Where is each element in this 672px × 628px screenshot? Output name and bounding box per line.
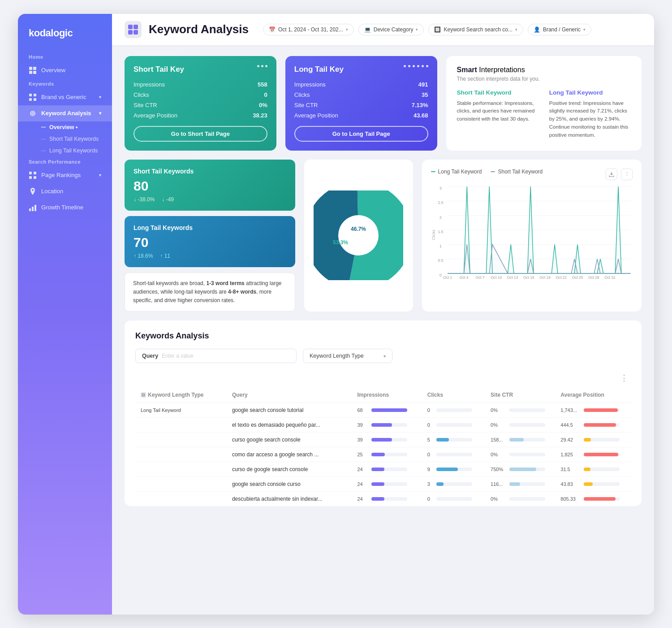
legend-short-tail-dot [491, 171, 495, 172]
td-impressions: 39 [352, 418, 422, 433]
device-category-filter[interactable]: 💻 Device Category ▾ [358, 24, 424, 35]
sidebar-section-home: Home [18, 52, 112, 62]
svg-text:Oct 19: Oct 19 [539, 275, 551, 279]
short-tail-menu[interactable] [257, 65, 267, 67]
keyword-type-select[interactable]: Keyword Length Type ▾ [303, 349, 392, 363]
sidebar-section-keywords: Keywords [18, 78, 112, 89]
sidebar-item-overview-label: Overview [41, 67, 65, 74]
svg-rect-3 [33, 71, 36, 74]
svg-rect-14 [29, 208, 31, 211]
smart-short-tail-title: Short Tail Keyword [457, 89, 538, 96]
smart-columns: Short Tail Keyword Stable performance: I… [457, 89, 631, 139]
keyword-search-filter[interactable]: 🔲 Keyword Search search co... ▾ [428, 24, 523, 35]
keyword-analysis-icon [29, 109, 37, 117]
brand-generic-filter[interactable]: 👤 Brand / Generic ▾ [528, 24, 591, 35]
overview-icon [29, 66, 37, 74]
keywords-table: ⊟ Keyword Length Type Query Impressions … [135, 387, 631, 506]
app-logo: kodalogic [18, 27, 112, 52]
short-tail-ctr-value: 0% [259, 102, 267, 108]
date-range-filter[interactable]: 📅 Oct 1, 2024 - Oct 31, 202... ▾ [263, 24, 354, 35]
sidebar-item-page-rankings[interactable]: Page Rankings ▾ [18, 167, 112, 183]
query-placeholder: Enter a value [162, 353, 194, 359]
brand-generic-value: Brand / Generic [543, 26, 581, 33]
sidebar-item-brand-vs-generic[interactable]: Brand vs Generic ▾ [18, 89, 112, 105]
td-ctr: 0% [485, 492, 555, 507]
table-row: google search console curso 24 3 [135, 477, 631, 492]
chart-more-button[interactable]: ⋮ [621, 169, 633, 180]
svg-rect-18 [134, 25, 138, 29]
th-keyword-length-type: ⊟ Keyword Length Type [135, 387, 227, 403]
svg-rect-7 [34, 98, 36, 101]
td-query: curso de google search console [227, 462, 352, 477]
location-icon [29, 187, 37, 195]
svg-text:Clicks: Clicks [431, 229, 435, 240]
long-tail-clicks-value: 35 [422, 91, 428, 98]
sidebar-sub-short-tail[interactable]: Short Tail Keywords [41, 133, 112, 145]
kw-short-tail-title: Short Tail Keywords [134, 168, 286, 175]
kw-short-tail-count: 80 [134, 178, 286, 194]
keyword-chevron-icon: ▾ [99, 111, 101, 116]
analysis-title: Keywords Analysis [135, 331, 631, 341]
td-query: google search console curso [227, 477, 352, 492]
td-type: Long Tail Keyword [135, 403, 227, 418]
td-type [135, 492, 227, 507]
kw-type-chevron-icon: ▾ [383, 354, 386, 359]
go-to-short-tail-button[interactable]: Go to Short Tail Page [134, 126, 267, 142]
td-query: el texto es demasiado pequeño par... [227, 418, 352, 433]
long-menu-dot-3 [413, 65, 415, 67]
growth-icon [29, 204, 37, 212]
sidebar-item-location[interactable]: Location [18, 183, 112, 199]
table-header-row: ⊟ Keyword Length Type Query Impressions … [135, 387, 631, 403]
long-tail-menu[interactable] [404, 65, 428, 67]
go-to-long-tail-button[interactable]: Go to Long Tail Page [294, 126, 428, 142]
left-middle: Short Tail Keywords 80 ↓ -38.0% ↓ -49 Lo… [125, 160, 295, 312]
th-expand-icon: ⊟ [141, 392, 146, 398]
svg-rect-19 [128, 30, 133, 35]
table-row: descubierta actualmente sin indexar... 2… [135, 492, 631, 507]
long-tail-clicks-row: Clicks 35 [294, 91, 428, 98]
sidebar-item-keyword-analysis[interactable]: Keyword Analysis ▾ [18, 105, 112, 121]
td-ctr: 116... [485, 477, 555, 492]
svg-rect-13 [34, 176, 36, 179]
svg-text:3: 3 [439, 186, 442, 190]
long-tail-card: Long Tail Key Impressions 491 [285, 56, 437, 151]
sidebar-item-overview[interactable]: Overview [18, 62, 112, 78]
td-type [135, 447, 227, 462]
sidebar-item-brand-label: Brand vs Generic [41, 94, 86, 100]
table-body: Long Tail Keyword google search console … [135, 403, 631, 507]
sidebar-sub-long-tail[interactable]: Long Tail Keywords [41, 145, 112, 156]
table-options-button[interactable]: ⋮ [617, 372, 631, 384]
sidebar-item-growth[interactable]: Growth Timeline [18, 199, 112, 216]
svg-rect-11 [29, 176, 32, 179]
kw-long-tail-title: Long Tail Keywords [134, 224, 286, 231]
td-query: como dar acceso a google search ... [227, 447, 352, 462]
brand-generic-icon: 👤 [534, 26, 540, 33]
td-query: curso google search console [227, 433, 352, 447]
kw-long-tail-card: Long Tail Keywords 70 ↑ 18.6% ↑ 11 [125, 216, 295, 267]
chart-icons: ⋮ [606, 169, 633, 180]
query-input-wrapper[interactable]: Query Enter a value [135, 349, 297, 363]
long-tail-card-header: Long Tail Key [294, 65, 428, 74]
short-tail-clicks-label: Clicks [134, 91, 149, 98]
keyword-search-value: Keyword Search search co... [444, 26, 512, 33]
svg-rect-5 [29, 98, 32, 101]
long-menu-dot-1 [404, 65, 406, 67]
td-type [135, 477, 227, 492]
sidebar-growth-label: Growth Timeline [41, 204, 83, 211]
sidebar-sub-overview[interactable]: Overview • [41, 121, 112, 133]
td-clicks: 0 [422, 447, 485, 462]
long-tail-ctr-value: 7.13% [412, 102, 428, 108]
long-menu-dot-6 [426, 65, 428, 67]
long-tail-position-label: Average Position [294, 112, 338, 119]
td-query: descubierta actualmente sin indexar... [227, 492, 352, 507]
th-keyword-length-label: Keyword Length Type [148, 392, 203, 398]
chart-export-button[interactable] [606, 169, 617, 180]
svg-text:Oct 7: Oct 7 [475, 275, 484, 279]
svg-text:Oct 1: Oct 1 [443, 275, 452, 279]
th-avg-position: Average Position [555, 387, 631, 403]
smart-short-tail-col: Short Tail Keyword Stable performance: I… [457, 89, 538, 139]
long-menu-dot-4 [417, 65, 419, 67]
td-impressions: 24 [352, 477, 422, 492]
legend-short-tail-label: Short Tail Keyword [498, 169, 543, 175]
legend-long-tail-label: Long Tail Keyword [438, 169, 482, 175]
